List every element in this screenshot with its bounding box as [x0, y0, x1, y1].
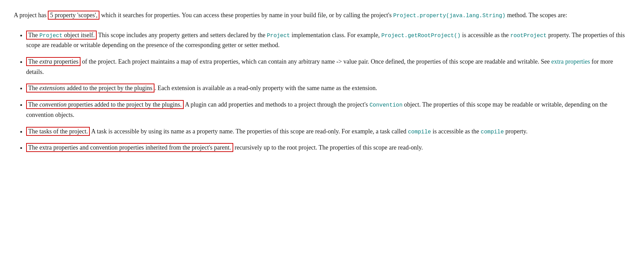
- extra-italic: extra: [39, 58, 52, 65]
- convention-italic: convention: [39, 101, 66, 108]
- scopes-list: The Project object itself. This scope in…: [14, 30, 630, 153]
- extensions-italic: extensions: [39, 85, 65, 91]
- list-item: The extra properties of the project. Eac…: [26, 57, 630, 77]
- scope-label-extensions: The extensions added to the project by t…: [26, 84, 154, 92]
- scope-desc-5b: is accessible as the: [431, 128, 481, 135]
- scope-desc-1b: implementation class. For example,: [290, 32, 381, 39]
- list-item: The extensions added to the project by t…: [26, 83, 630, 94]
- scope-label-convention: The convention properties added to the p…: [26, 100, 184, 109]
- scope-desc-3: . Each extension is available as a read-…: [154, 85, 377, 91]
- extra-properties-link[interactable]: extra properties: [551, 58, 590, 65]
- scope-desc-4a: A plugin can add properties and methods …: [184, 101, 369, 108]
- intro-paragraph: A project has 5 property 'scopes', which…: [14, 10, 630, 21]
- compile-code-1: compile: [408, 129, 431, 135]
- compile-code-2: compile: [481, 129, 504, 135]
- list-item: The Project object itself. This scope in…: [26, 30, 630, 51]
- scope-desc-2a: of the project. Each project maintains a…: [80, 58, 551, 65]
- convention-code: Convention: [369, 102, 402, 108]
- intro-text-after: which it searches for properties. You ca…: [99, 12, 393, 19]
- root-project-prop-code: rootProject: [510, 33, 547, 39]
- scope-label-project-object: The Project object itself.: [26, 31, 97, 40]
- project-code: Project: [39, 33, 62, 39]
- project-impl-code: Project: [267, 33, 290, 39]
- scope-desc-1a: This scope includes any property getters…: [97, 32, 267, 39]
- list-item: The convention properties added to the p…: [26, 100, 630, 120]
- scope-desc-6: recursively up to the root project. The …: [233, 144, 423, 151]
- intro-text-before: A project has: [14, 12, 48, 19]
- five-scopes-highlight: 5 property 'scopes',: [48, 11, 99, 20]
- list-item: The tasks of the project. A task is acce…: [26, 127, 630, 137]
- project-property-method-code: Project.property(java.lang.String): [393, 13, 505, 19]
- list-item: The extra properties and convention prop…: [26, 143, 630, 153]
- scope-label-tasks: The tasks of the project.: [26, 127, 90, 136]
- scope-desc-5a: A task is accessible by using its name a…: [90, 128, 408, 135]
- scope-label-extra-properties: The extra properties: [26, 57, 80, 66]
- scope-desc-1c: is accessible as the: [461, 32, 510, 39]
- intro-text-end: method. The scopes are:: [505, 12, 567, 19]
- scope-desc-5c: property.: [504, 128, 528, 135]
- get-root-project-code: Project.getRootProject(): [381, 33, 460, 39]
- scope-label-inherited: The extra properties and convention prop…: [26, 143, 233, 152]
